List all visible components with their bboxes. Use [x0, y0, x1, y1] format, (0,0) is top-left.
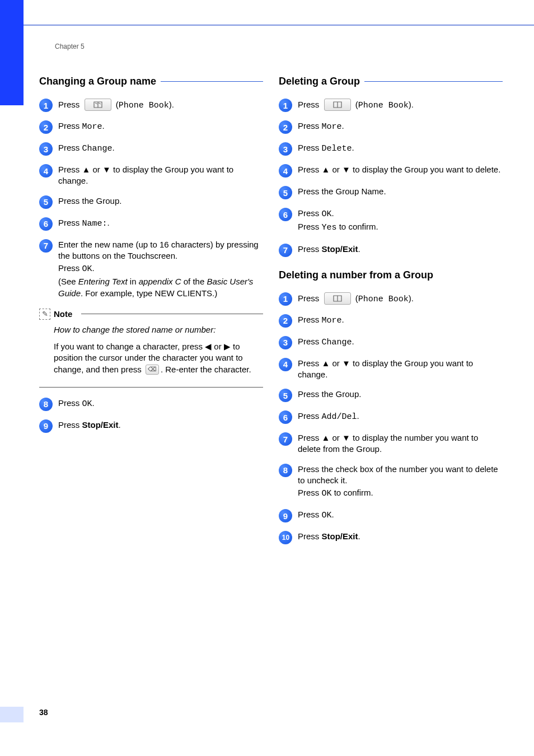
step-text: . — [342, 121, 344, 130]
step-5: 5 Press the Group Name. — [279, 186, 503, 199]
step-number-badge: 2 — [279, 314, 292, 328]
step-text: More — [82, 122, 102, 132]
page-stub — [0, 707, 24, 722]
note-rule — [81, 314, 263, 314]
step-6: 6 Press Add/Del. — [279, 410, 503, 424]
step-text: . — [357, 411, 359, 421]
step-number-badge: 1 — [279, 99, 292, 112]
step-text: More — [322, 316, 342, 325]
step-text: . For example, type NEW CLIENTS.) — [81, 288, 217, 298]
step-text: Press ▲ or ▼ to display the number you w… — [298, 433, 478, 454]
step-text: Add/Del — [322, 412, 357, 422]
step-text: Yes — [322, 223, 337, 232]
step-text: Press ▲ or ▼ to display the Group you wa… — [298, 165, 500, 174]
note-text: . Re-enter the character. — [161, 365, 251, 374]
step-number-badge: 4 — [279, 358, 292, 371]
step-text: Press — [58, 218, 82, 227]
step-text: ). — [169, 100, 174, 109]
step-text: Press ▲ or ▼ to display the Group you wa… — [298, 358, 473, 379]
step-text: . — [102, 121, 105, 130]
step-text: Press — [58, 121, 82, 130]
step-text: Phone Book — [119, 101, 169, 110]
phonebook-icon — [324, 292, 351, 305]
step-text: Press — [298, 315, 322, 324]
step-text: Press — [298, 121, 322, 130]
step-text: Press — [298, 222, 322, 231]
step-number-badge: 7 — [39, 239, 53, 253]
step-text: Press — [298, 411, 322, 421]
step-text: appendix C — [139, 277, 181, 286]
step-text: Press — [58, 143, 82, 152]
step-number-badge: 6 — [279, 208, 292, 221]
note-box: ✎ Note How to change the stored name or … — [39, 309, 263, 388]
step-number-badge: 1 — [279, 292, 292, 306]
step-number-badge: 3 — [39, 142, 53, 156]
step-text: Press the check box of the number you wa… — [298, 464, 503, 487]
step-number-badge: 9 — [39, 419, 53, 433]
phonebook-icon — [85, 99, 111, 111]
step-number-badge: 5 — [39, 195, 53, 209]
header-rule — [24, 25, 534, 26]
step-text: Stop/Exit — [322, 531, 358, 541]
step-3: 3 Press Change. — [279, 336, 503, 349]
step-number-badge: 6 — [279, 410, 292, 424]
step-text: . — [352, 337, 354, 346]
step-text: (See — [58, 277, 78, 286]
step-3: 3 Press Delete. — [279, 142, 503, 156]
step-number-badge: 9 — [279, 509, 292, 522]
step-number-badge: 6 — [39, 217, 53, 231]
step-number-badge: 10 — [279, 531, 292, 544]
step-text: Stop/Exit — [322, 244, 358, 254]
step-text: Press the Group Name. — [298, 186, 386, 196]
step-text: . — [332, 510, 334, 519]
step-text: Press — [298, 488, 322, 497]
step-7: 7 Press Stop/Exit. — [279, 244, 503, 257]
step-text: Change — [82, 144, 113, 153]
content-area: Changing a Group name 1 Press (Phone Boo… — [39, 76, 503, 553]
step-text: . — [352, 143, 354, 152]
step-text: . — [92, 398, 95, 408]
step-text: OK — [322, 489, 332, 498]
step-number-badge: 8 — [39, 398, 53, 411]
step-text: Press — [58, 100, 82, 109]
step-text: Press — [298, 337, 322, 346]
step-text: OK — [82, 264, 92, 274]
step-number-badge: 4 — [39, 164, 53, 178]
step-text: . — [92, 263, 95, 273]
note-text: How to change the stored name or number: — [54, 324, 262, 335]
chapter-label: Chapter 5 — [55, 43, 85, 50]
step-text: of the — [181, 277, 207, 286]
section-rule — [364, 81, 503, 82]
step-text: Change — [322, 338, 352, 347]
note-rule-bottom — [39, 387, 263, 388]
step-text: . — [113, 143, 115, 152]
step-text: Press — [298, 510, 322, 519]
step-6: 6 Press Name:. — [39, 217, 263, 231]
backspace-icon: ⌫ — [146, 365, 159, 375]
right-column: Deleting a Group 1 Press (Phone Book). 2… — [279, 76, 503, 553]
step-number-badge: 3 — [279, 142, 292, 156]
step-6: 6 Press OK. Press Yes to confirm. — [279, 208, 503, 235]
step-text: Name: — [82, 219, 107, 228]
step-2: 2 Press More. — [279, 314, 503, 328]
step-text: . — [342, 315, 344, 324]
step-10: 10 Press Stop/Exit. — [279, 531, 503, 544]
step-1: 1 Press (Phone Book). — [39, 99, 263, 112]
step-text: Press — [298, 244, 322, 254]
step-text: Press the Group. — [58, 196, 121, 206]
step-number-badge: 2 — [279, 120, 292, 134]
step-number-badge: 1 — [39, 99, 53, 112]
left-column: Changing a Group name 1 Press (Phone Boo… — [39, 76, 263, 553]
step-text: Press — [58, 398, 82, 408]
step-text: Press — [298, 143, 322, 152]
step-text: to confirm. — [337, 222, 378, 231]
section-title: Deleting a number from a Group — [279, 269, 433, 281]
step-text: Press — [298, 100, 322, 109]
step-4: 4 Press ▲ or ▼ to display the Group you … — [279, 358, 503, 381]
side-tab — [0, 0, 24, 105]
step-5: 5 Press the Group. — [39, 195, 263, 209]
step-number-badge: 7 — [279, 244, 292, 257]
step-text: Press — [58, 263, 82, 273]
section-title: Deleting a Group — [279, 76, 360, 87]
step-4: 4 Press ▲ or ▼ to display the Group you … — [279, 164, 503, 178]
